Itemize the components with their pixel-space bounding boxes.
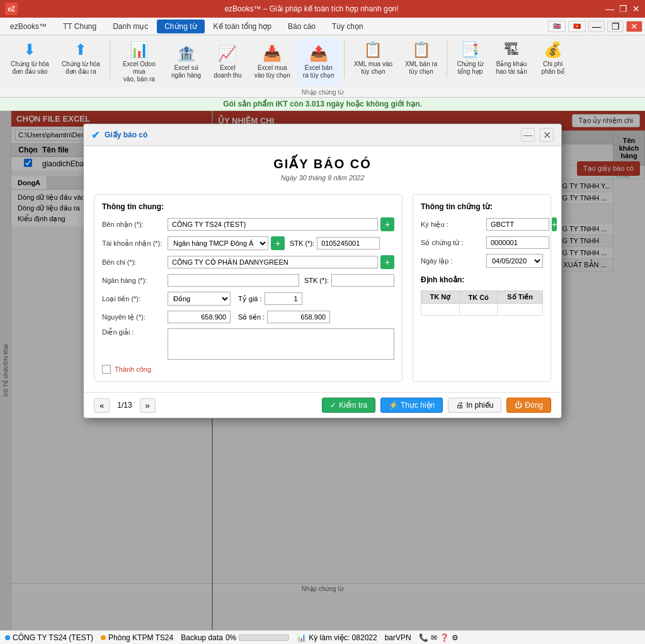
- email-icon[interactable]: ✉: [431, 633, 437, 642]
- xml-mua-icon: 📋: [363, 41, 382, 59]
- modal-subtitle: Ngày 30 tháng 8 năm 2022: [94, 174, 551, 181]
- modal-left-col: Thông tin chung: Bên nhận (*): + Tài kho…: [94, 194, 402, 382]
- loai-tien-select[interactable]: Đồng: [168, 292, 231, 306]
- excel-bc-icon: 📤: [309, 45, 328, 62]
- dien-giai-textarea[interactable]: [168, 328, 394, 360]
- status-vpn: barVPN: [385, 633, 411, 642]
- modal-close-btn[interactable]: ✕: [540, 128, 554, 142]
- toolbar: ⬇ Chứng từ hóađơn đầu vào ⬆ Chứng từ hóa…: [0, 35, 645, 88]
- menu-ke-toan[interactable]: Kế toán tổng hợp: [206, 20, 279, 33]
- ky-hieu-input[interactable]: [486, 218, 549, 231]
- action-buttons: ✓ Kiểm tra ⚡ Thực hiện 🖨 In phiếu ⏻ Đóng: [322, 398, 551, 413]
- ben-chi-input[interactable]: [168, 256, 378, 268]
- app-maximize[interactable]: ❐: [607, 21, 624, 32]
- status-bar: CÔNG TY TS24 (TEST) Phòng KTPM TS24 Back…: [0, 630, 645, 644]
- dept-name: Phòng KTPM TS24: [108, 633, 173, 642]
- modal-minimize-btn[interactable]: —: [521, 128, 535, 142]
- dong-btn[interactable]: ⏻ Đóng: [506, 398, 551, 413]
- ngan-hang-input[interactable]: [168, 274, 299, 287]
- th-tk-no: TK Nợ: [421, 291, 460, 304]
- minimize-btn[interactable]: —: [605, 4, 614, 14]
- in-phieu-btn[interactable]: 🖨 In phiếu: [448, 398, 501, 413]
- ben-nhan-input[interactable]: [168, 218, 378, 231]
- ngay-lap-select[interactable]: 04/05/2020: [486, 254, 543, 268]
- checkmark-icon: ✔: [91, 129, 100, 141]
- dinh-khoan-table: TK Nợ TK Có Số Tiền: [421, 290, 543, 316]
- kiem-tra-btn[interactable]: ✓ Kiểm tra: [322, 398, 375, 413]
- tai-khoan-nhan-add-btn[interactable]: +: [271, 236, 285, 250]
- kiem-tra-label: Kiểm tra: [339, 401, 367, 410]
- toolbar-excel-mua-vao[interactable]: 📥 Excel muavào tùy chọn: [249, 38, 296, 86]
- phone-icon[interactable]: 📞: [419, 633, 428, 642]
- menu-bao-cao[interactable]: Báo cáo: [280, 20, 323, 33]
- nguyen-te-row: Nguyên tệ (*): Số tiền :: [102, 311, 394, 323]
- menu-tt-chung[interactable]: TT Chung: [55, 20, 104, 33]
- excel-dt-icon: 📈: [218, 45, 237, 62]
- status-backup: Backup data 0%: [181, 633, 289, 642]
- tai-khoan-nhan-label: Tài khoản nhận (*):: [102, 239, 165, 248]
- nguyen-te-input[interactable]: [168, 311, 231, 323]
- toolbar-group-other: 📑 Chứng từtổng hợp 🏗 Bảng khấuhao tài sả…: [451, 38, 571, 79]
- title-bar-controls[interactable]: — ❐ ✕: [605, 4, 640, 14]
- excel-odoo-icon: 📊: [130, 41, 149, 59]
- menu-danh-muc[interactable]: Danh mục: [105, 20, 156, 33]
- app-minimize[interactable]: —: [588, 21, 605, 32]
- stk-input[interactable]: [317, 237, 380, 250]
- dinh-khoan-row: [421, 304, 543, 316]
- settings-icon[interactable]: ⚙: [452, 633, 459, 642]
- thuc-hien-icon: ⚡: [389, 401, 398, 410]
- nav-prev-btn[interactable]: «: [94, 398, 110, 413]
- title-bar-title: ezBooks™ – Giải pháp kế toán tích hợp nh…: [18, 4, 605, 13]
- menu-tuy-chon[interactable]: Tùy chọn: [324, 20, 371, 33]
- backup-label: Backup data: [181, 633, 223, 642]
- english-flag[interactable]: 🇬🇧: [548, 21, 566, 32]
- th-so-tien-dk: Số Tiền: [498, 291, 543, 304]
- toolbar-excel-ban-chon[interactable]: 📤 Excel bánra tùy chọn: [297, 38, 340, 86]
- help-icon[interactable]: ❓: [440, 633, 449, 642]
- toolbar-excel-odoo[interactable]: 📊 Excel Odoo muavào, bán ra: [114, 38, 164, 86]
- toolbar-excel-so[interactable]: 🏦 Excel sốngân hàng: [166, 38, 207, 86]
- progress-bar: [239, 635, 289, 641]
- nav-buttons: « 1/13 »: [94, 398, 156, 413]
- ky-hieu-row: Ký hiệu : +: [421, 217, 543, 231]
- toolbar-chung-tu-tong-hop[interactable]: 📑 Chứng từtổng hợp: [451, 38, 489, 79]
- modal-overlay: ✔ Giấy báo có — ✕ GIẤY BÁO CÓ Ngày 30 th…: [0, 111, 645, 630]
- excel-mv-icon: 📥: [263, 45, 282, 62]
- in-phieu-label: In phiếu: [466, 401, 493, 410]
- toolbar-xml-mua[interactable]: 📋 XML mua vàotùy chọn: [348, 38, 398, 79]
- toolbar-excel-doanh-thu[interactable]: 📈 Exceldoanh thu: [208, 38, 248, 86]
- viet-flag[interactable]: 🇻🇳: [568, 21, 586, 32]
- menu-ezbooks[interactable]: ezBooks™: [3, 20, 54, 33]
- ngan-hang-label: Ngân hàng (*):: [102, 277, 165, 284]
- so-tien-input[interactable]: [267, 311, 330, 323]
- ngay-lap-row: Ngày lập : 04/05/2020: [421, 254, 543, 268]
- ty-gia-label: Tỷ giá :: [238, 295, 262, 303]
- ky-hieu-add-btn[interactable]: +: [552, 217, 557, 231]
- ben-chi-add-btn[interactable]: +: [380, 255, 394, 269]
- toolbar-chi-phi[interactable]: 💰 Chi phíphân bổ: [534, 38, 572, 79]
- menu-chung-tu[interactable]: Chứng từ: [157, 20, 204, 33]
- ngan-hang-stk-input[interactable]: [331, 274, 394, 287]
- toolbar-bang-khau-hao[interactable]: 🏗 Bảng khấuhao tài sản: [490, 38, 532, 79]
- main-area: DS Tổ chức/DN khai CHỌN FILE EXCEL ... C…: [0, 111, 645, 630]
- toolbar-ct-hoa-don-ra[interactable]: ⬆ Chứng từ hóađơn đầu ra: [56, 38, 106, 79]
- app-close[interactable]: ✕: [626, 21, 642, 32]
- loai-tien-label: Loại tiền (*):: [102, 295, 165, 303]
- maximize-btn[interactable]: ❐: [619, 4, 627, 14]
- toolbar-ct-hoa-don-vao[interactable]: ⬇ Chứng từ hóađơn đầu vào: [5, 38, 55, 79]
- ty-gia-input[interactable]: [265, 292, 302, 305]
- excel-so-icon: 🏦: [177, 45, 196, 62]
- thanh-cong-checkbox[interactable]: [102, 365, 111, 374]
- ct-vao-icon: ⬇: [23, 41, 36, 59]
- tai-khoan-nhan-select[interactable]: Ngân hàng TMCP Đông Á: [168, 236, 268, 250]
- ben-nhan-add-btn[interactable]: +: [380, 217, 394, 231]
- nav-next-btn[interactable]: »: [140, 398, 156, 413]
- so-chung-tu-label: Số chứng từ :: [421, 239, 484, 247]
- thuc-hien-btn[interactable]: ⚡ Thực hiện: [380, 398, 443, 413]
- so-chung-tu-input[interactable]: [486, 236, 549, 249]
- close-btn[interactable]: ✕: [632, 4, 640, 14]
- dept-dot: [101, 635, 106, 640]
- modal-titlebar: ✔ Giấy báo có — ✕: [84, 124, 561, 146]
- toolbar-xml-ban[interactable]: 📋 XML bán ratùy chọn: [399, 38, 443, 79]
- vpn-text: barVPN: [385, 633, 411, 642]
